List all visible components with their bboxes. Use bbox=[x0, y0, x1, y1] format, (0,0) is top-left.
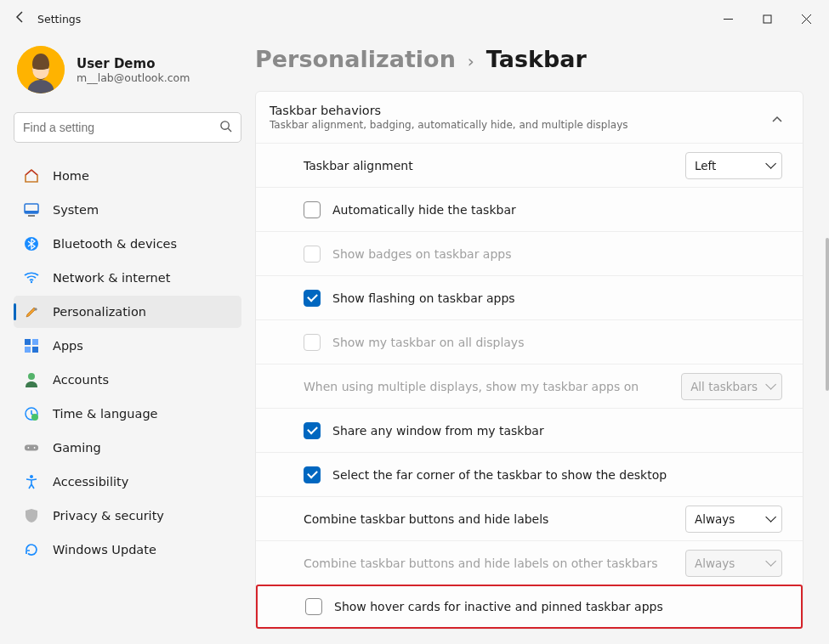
sidebar-item-label: Windows Update bbox=[53, 543, 156, 556]
svg-rect-13 bbox=[32, 339, 38, 345]
search-box[interactable] bbox=[14, 112, 241, 143]
card-subtitle: Taskbar alignment, badging, automaticall… bbox=[270, 119, 628, 131]
autohide-checkbox[interactable] bbox=[304, 201, 321, 218]
sidebar-item-label: Gaming bbox=[53, 441, 101, 455]
sidebar-item-gaming[interactable]: Gaming bbox=[14, 432, 241, 464]
title-bar: Settings bbox=[0, 0, 829, 37]
card-header[interactable]: Taskbar behaviors Taskbar alignment, bad… bbox=[256, 92, 803, 143]
wifi-icon bbox=[24, 270, 39, 285]
card-title: Taskbar behaviors bbox=[270, 104, 628, 117]
share-window-checkbox[interactable] bbox=[304, 422, 321, 439]
svg-point-21 bbox=[34, 447, 36, 449]
sidebar-item-label: Network & internet bbox=[53, 271, 170, 285]
sidebar-item-windows-update[interactable]: Windows Update bbox=[14, 534, 241, 566]
sidebar-item-apps[interactable]: Apps bbox=[14, 330, 241, 362]
update-icon bbox=[24, 542, 39, 557]
minimize-button[interactable] bbox=[708, 4, 747, 33]
main-content: Personalization › Taskbar Taskbar behavi… bbox=[255, 37, 829, 644]
far-corner-checkbox[interactable] bbox=[304, 466, 321, 483]
row-label: Automatically hide the taskbar bbox=[332, 203, 516, 217]
gamepad-icon bbox=[24, 440, 39, 455]
paintbrush-icon bbox=[24, 304, 39, 319]
sidebar-item-label: Accessibility bbox=[53, 475, 128, 489]
sidebar-item-label: Apps bbox=[53, 339, 83, 353]
system-icon bbox=[24, 202, 39, 217]
svg-point-20 bbox=[28, 447, 30, 449]
sidebar-item-label: Time & language bbox=[53, 407, 158, 421]
profile-block[interactable]: User Demo m__lab@outlook.com bbox=[14, 37, 241, 112]
maximize-button[interactable] bbox=[747, 4, 786, 33]
sidebar-item-network[interactable]: Network & internet bbox=[14, 262, 241, 294]
svg-point-16 bbox=[28, 373, 35, 380]
row-label: Share any window from my taskbar bbox=[332, 424, 544, 438]
search-icon bbox=[219, 120, 232, 136]
row-label: Show my taskbar on all displays bbox=[332, 336, 524, 349]
sidebar-item-accessibility[interactable]: Accessibility bbox=[14, 466, 241, 498]
svg-point-18 bbox=[31, 414, 38, 421]
accessibility-icon bbox=[24, 474, 39, 489]
row-label: Select the far corner of the taskbar to … bbox=[332, 468, 667, 482]
scrollbar[interactable] bbox=[824, 0, 829, 644]
all-displays-checkbox bbox=[304, 334, 321, 351]
sidebar-item-bluetooth[interactable]: Bluetooth & devices bbox=[14, 228, 241, 260]
bluetooth-icon bbox=[24, 236, 39, 251]
row-alignment: Taskbar alignment Left bbox=[256, 143, 803, 187]
row-multi-where: When using multiple displays, show my ta… bbox=[256, 364, 803, 408]
avatar bbox=[17, 46, 65, 93]
alignment-select[interactable]: Left bbox=[685, 152, 782, 179]
sidebar-item-personalization[interactable]: Personalization bbox=[14, 296, 241, 328]
multi-where-select: All taskbars bbox=[681, 373, 782, 400]
sidebar-item-label: Accounts bbox=[53, 373, 109, 387]
row-all-displays: Show my taskbar on all displays bbox=[256, 319, 803, 364]
sidebar-item-label: Home bbox=[53, 169, 89, 183]
flashing-checkbox[interactable] bbox=[304, 290, 321, 307]
sidebar-item-label: System bbox=[53, 203, 99, 217]
svg-rect-15 bbox=[32, 347, 38, 353]
clock-globe-icon bbox=[24, 406, 39, 421]
back-button[interactable] bbox=[3, 10, 37, 27]
chevron-up-icon bbox=[772, 110, 782, 126]
row-far-corner: Select the far corner of the taskbar to … bbox=[256, 452, 803, 496]
home-icon bbox=[24, 168, 39, 184]
svg-rect-19 bbox=[25, 444, 38, 450]
row-combine: Combine taskbar buttons and hide labels … bbox=[256, 496, 803, 540]
taskbar-behaviors-card: Taskbar behaviors Taskbar alignment, bad… bbox=[255, 91, 803, 630]
row-label: Show hover cards for inactive and pinned… bbox=[334, 600, 663, 613]
row-combine-other: Combine taskbar buttons and hide labels … bbox=[256, 540, 803, 585]
sidebar-item-privacy[interactable]: Privacy & security bbox=[14, 500, 241, 532]
row-badges: Show badges on taskbar apps bbox=[256, 231, 803, 275]
nav-list: Home System Bluetooth & devices Network … bbox=[14, 160, 241, 566]
breadcrumb-current: Taskbar bbox=[486, 46, 587, 72]
row-label: Combine taskbar buttons and hide labels … bbox=[304, 556, 657, 570]
sidebar-item-time-language[interactable]: Time & language bbox=[14, 398, 241, 430]
chevron-right-icon: › bbox=[468, 51, 474, 71]
app-title: Settings bbox=[37, 13, 81, 25]
svg-point-11 bbox=[31, 281, 32, 283]
profile-email: m__lab@outlook.com bbox=[77, 71, 190, 84]
row-label: Show badges on taskbar apps bbox=[332, 247, 512, 261]
breadcrumb-parent[interactable]: Personalization bbox=[255, 46, 456, 72]
row-flashing: Show flashing on taskbar apps bbox=[256, 275, 803, 319]
sidebar-item-label: Privacy & security bbox=[53, 509, 164, 523]
sidebar-item-accounts[interactable]: Accounts bbox=[14, 364, 241, 396]
sidebar: User Demo m__lab@outlook.com Home System… bbox=[0, 37, 255, 644]
breadcrumb: Personalization › Taskbar bbox=[255, 37, 803, 91]
svg-rect-14 bbox=[25, 347, 31, 353]
svg-point-22 bbox=[30, 475, 33, 478]
hover-cards-checkbox[interactable] bbox=[305, 598, 322, 615]
sidebar-item-home[interactable]: Home bbox=[14, 160, 241, 192]
combine-select[interactable]: Always bbox=[685, 506, 782, 533]
shield-icon bbox=[24, 508, 39, 523]
row-share-window: Share any window from my taskbar bbox=[256, 408, 803, 452]
row-label: When using multiple displays, show my ta… bbox=[304, 380, 639, 393]
row-autohide: Automatically hide the taskbar bbox=[256, 187, 803, 231]
search-input[interactable] bbox=[23, 121, 219, 134]
close-button[interactable] bbox=[786, 4, 826, 33]
sidebar-item-system[interactable]: System bbox=[14, 194, 241, 226]
svg-rect-8 bbox=[25, 211, 38, 213]
row-label: Show flashing on taskbar apps bbox=[332, 291, 515, 305]
svg-point-5 bbox=[221, 121, 229, 128]
profile-name: User Demo bbox=[77, 56, 190, 71]
scrollbar-thumb[interactable] bbox=[826, 238, 829, 391]
sidebar-item-label: Bluetooth & devices bbox=[53, 237, 177, 251]
